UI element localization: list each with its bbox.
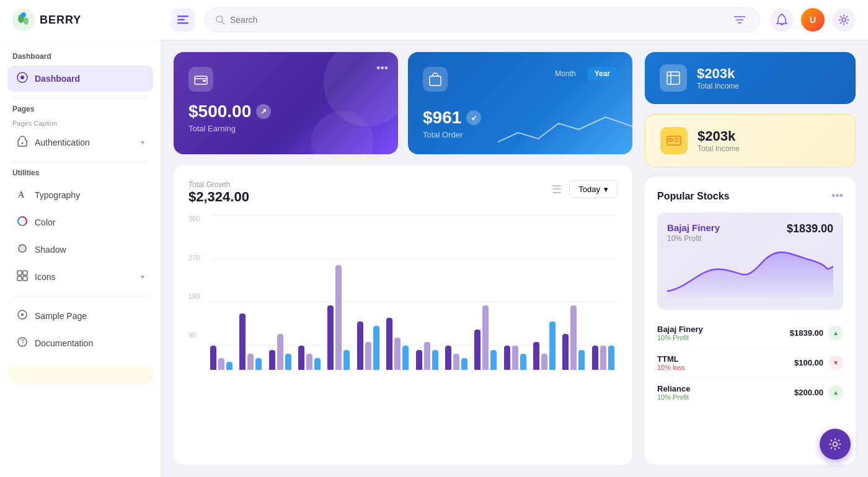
card-order-indicator: ↙	[466, 110, 481, 125]
shadow-icon	[16, 243, 29, 256]
toggle-month-button[interactable]: Month	[547, 67, 583, 81]
chart-filter-button[interactable]: Today ▾	[569, 180, 618, 198]
bar-group-11	[533, 322, 559, 370]
bar-blue-11	[549, 322, 556, 370]
svg-rect-20	[17, 271, 22, 275]
sidebar-item-authentication-label: Authentication	[35, 138, 135, 147]
stock-ttml-price: $100.00	[794, 358, 823, 367]
bar-light-13	[600, 346, 606, 370]
hamburger-button[interactable]	[171, 8, 195, 32]
income-yellow-amount: $203k	[698, 128, 740, 144]
authentication-icon	[16, 136, 29, 149]
card-order-icon	[423, 67, 448, 92]
topbar-right: U	[770, 8, 856, 32]
search-input[interactable]	[230, 15, 725, 25]
bar-blue-3	[314, 358, 321, 370]
bar-blue-8	[461, 358, 467, 370]
settings-button[interactable]	[832, 8, 856, 32]
bar-blue-12	[578, 350, 585, 370]
svg-text:A: A	[18, 190, 25, 199]
bar-light-2	[277, 334, 283, 370]
bar-purple-6	[386, 318, 392, 370]
svg-rect-35	[669, 139, 673, 141]
stock-bajaj-price: $1839.00	[790, 328, 823, 338]
featured-stock-card[interactable]: Bajaj Finery 10% Profit $1839.00	[657, 212, 843, 310]
income-yellow-icon	[660, 127, 688, 154]
bar-blue-4	[343, 350, 350, 370]
stock-ttml-change: 10% loss	[657, 364, 794, 371]
bar-group-9	[474, 305, 500, 370]
card-earning-dots[interactable]: •••	[376, 62, 388, 75]
sidebar-section-dashboard: Dashboard	[12, 52, 148, 61]
sidebar-item-authentication[interactable]: Authentication ▾	[7, 129, 153, 155]
chart-header: Total Growth $2,324.00 ☰ Today ▾	[188, 180, 618, 205]
stocks-header: Popular Stocks •••	[657, 190, 843, 203]
sidebar-item-icons[interactable]: Icons ▾	[7, 264, 153, 290]
sidebar-item-color[interactable]: Color	[7, 209, 153, 235]
stock-list: Bajaj Finery 10% Profit $1839.00 ▲ TTML …	[657, 318, 843, 407]
bar-purple-4	[327, 305, 334, 370]
card-earning-icon	[188, 67, 213, 92]
svg-point-14	[20, 76, 24, 79]
bar-blue-2	[285, 354, 291, 370]
toggle-year-button[interactable]: Year	[587, 67, 618, 81]
filter-icon	[734, 15, 745, 24]
bar-group-1	[239, 313, 265, 370]
sidebar-item-shadow-label: Shadow	[35, 245, 144, 255]
featured-stock-profit: 10% Profit	[667, 234, 833, 243]
stock-reliance-badge: ▲	[828, 385, 843, 400]
income-blue-text: $203k Total Income	[697, 66, 739, 90]
svg-point-19	[19, 245, 26, 252]
bar-group-3	[298, 346, 324, 370]
stock-row-reliance[interactable]: Reliance 10% Profit $200.00 ▲	[657, 378, 843, 407]
atm-icon	[666, 133, 681, 148]
sidebar-item-docs[interactable]: ? Documentation	[7, 330, 153, 356]
stock-reliance-price: $200.00	[794, 388, 823, 397]
chart-body: 360 270 180 90	[188, 215, 618, 388]
chart-menu-icon[interactable]: ☰	[552, 183, 562, 196]
svg-point-2	[24, 17, 29, 25]
stock-ttml-badge: ▼	[828, 356, 843, 370]
stock-reliance-change: 10% Profit	[657, 393, 794, 401]
content-left: ••• $500.00 ↗ Total Earning	[174, 52, 632, 465]
bar-purple-3	[298, 346, 304, 370]
svg-rect-31	[667, 72, 680, 84]
svg-rect-5	[177, 19, 185, 21]
stock-ttml-name: TTML	[657, 354, 794, 364]
bar-light-10	[512, 346, 518, 370]
bar-purple-8	[445, 346, 451, 370]
card-order-toggle: Month Year	[547, 67, 618, 81]
content-area: ••• $500.00 ↗ Total Earning	[161, 40, 868, 477]
sidebar-item-shadow[interactable]: Shadow	[7, 237, 153, 263]
fab-settings[interactable]	[820, 429, 851, 460]
bar-light-12	[570, 305, 577, 370]
notification-button[interactable]	[770, 8, 794, 32]
bar-purple-10	[504, 346, 510, 370]
shopping-icon	[429, 72, 441, 86]
topbar: BERRY U	[0, 0, 868, 40]
menu-icon	[177, 15, 188, 24]
bar-light-1	[247, 354, 254, 370]
bar-blue-7	[432, 350, 438, 370]
sidebar-item-dashboard[interactable]: Dashboard	[7, 66, 153, 92]
sidebar-divider-3	[12, 296, 148, 297]
featured-stock-price: $1839.00	[787, 222, 833, 235]
bar-light-5	[365, 342, 371, 370]
bar-purple-11	[533, 342, 539, 370]
bar-group-12	[562, 305, 588, 370]
bar-light-0	[218, 358, 224, 370]
avatar[interactable]: U	[801, 8, 825, 32]
card-earning-label: Total Earning	[188, 124, 383, 133]
svg-rect-30	[430, 76, 441, 85]
stock-row-bajaj[interactable]: Bajaj Finery 10% Profit $1839.00 ▲	[657, 318, 843, 348]
icons-icon	[16, 270, 29, 284]
stock-bajaj-name: Bajaj Finery	[657, 325, 790, 334]
bar-light-3	[306, 354, 312, 370]
income-yellow-text: $203k Total Income	[698, 128, 740, 153]
settings-icon	[838, 14, 849, 25]
stock-row-ttml[interactable]: TTML 10% loss $100.00 ▼	[657, 348, 843, 378]
stocks-more-button[interactable]: •••	[831, 190, 843, 203]
filter-button[interactable]	[730, 10, 750, 30]
sidebar-item-typography[interactable]: A Typography	[7, 182, 153, 208]
sidebar-item-sample[interactable]: Sample Page	[7, 303, 153, 329]
